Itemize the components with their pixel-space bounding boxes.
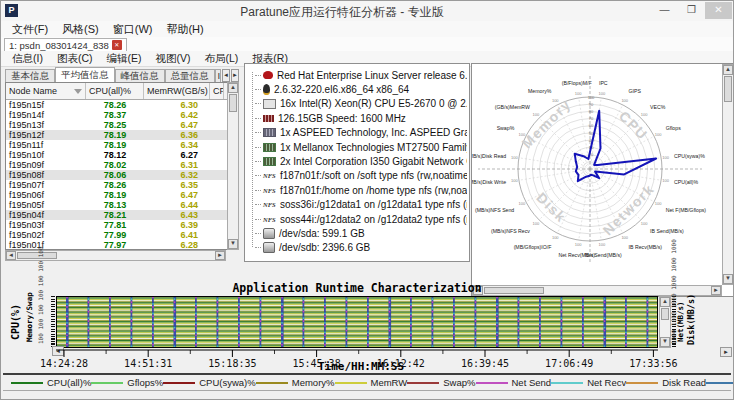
list-item[interactable]: NFSf187n01f:/soft on /soft type nfs (rw,…	[249, 169, 467, 183]
table-vertical-scrollbar[interactable]: ▲ ▼	[227, 82, 239, 250]
list-item[interactable]: /dev/sda: 599.1 GB	[249, 226, 467, 240]
maximize-button[interactable]: ❐	[678, 2, 705, 19]
legend-label: Disk Read	[662, 377, 706, 388]
scroll-down-icon[interactable]: ▼	[228, 239, 238, 249]
memory-icon	[263, 115, 274, 122]
column-header[interactable]: CF	[210, 83, 224, 99]
column-header[interactable]: MemRW(GB/s)	[144, 83, 210, 99]
menu-item[interactable]: 帮助(H)	[159, 22, 210, 37]
legend-line-icon	[706, 382, 734, 384]
info-tab[interactable]: 平均值信息	[55, 67, 115, 82]
close-button[interactable]: ✕	[705, 2, 732, 19]
table-row[interactable]: f195n04f78.216.43	[6, 210, 238, 220]
table-row[interactable]: f195n15f78.266.30	[6, 100, 238, 110]
svg-text:Memory%: Memory%	[528, 88, 552, 94]
tab-scroll-right-icon[interactable]: ►	[231, 69, 239, 82]
info-tab[interactable]: 基本信息	[5, 69, 55, 82]
svg-text:100: 100	[511, 178, 518, 183]
nfs-icon: NFS	[263, 201, 276, 208]
cell-memrw: 6.28	[144, 240, 210, 250]
scrollbar-thumb[interactable]	[229, 94, 237, 112]
table-row[interactable]: f195n03f77.816.39	[6, 220, 238, 230]
chart-title: Application Runtime Characterization	[56, 281, 658, 295]
scroll-right-icon[interactable]: ►	[215, 251, 225, 260]
menu-item[interactable]: 文件(F)	[5, 22, 55, 37]
svg-text:CPU(sywa)%: CPU(sywa)%	[674, 153, 705, 159]
table-row[interactable]: f195n12f78.196.36	[6, 130, 238, 140]
list-item[interactable]: /dev/sdb: 2396.6 GB	[249, 241, 467, 255]
table-row[interactable]: f195n05f78.136.44	[6, 200, 238, 210]
tab-close-icon[interactable]: ✕	[112, 40, 122, 50]
cell-cpu: 77.99	[86, 230, 144, 240]
table-row[interactable]: f195n07f78.266.35	[6, 180, 238, 190]
toolbar-item[interactable]: 布局(L)	[198, 52, 246, 66]
table-row[interactable]: f195n13f78.256.47	[6, 120, 238, 130]
list-item[interactable]: 1x Mellanox Technologies MT27500 Family …	[249, 140, 467, 154]
table-row[interactable]: f195n11f78.196.34	[6, 140, 238, 150]
info-tab[interactable]: IB信息	[215, 69, 222, 82]
scroll-up-icon[interactable]: ▲	[723, 65, 733, 75]
disk-icon	[263, 242, 275, 253]
list-item[interactable]: 126.15GB Speed: 1600 MHz	[249, 111, 467, 125]
list-item[interactable]: 1x ASPEED Technology, Inc. ASPEED Graphi…	[249, 126, 467, 140]
scrollbar-thumb[interactable]	[661, 308, 669, 320]
radar-vertical-scrollbar[interactable]: ▲ ▼	[722, 64, 734, 285]
scroll-up-icon[interactable]: ▲	[660, 297, 670, 307]
table-row[interactable]: f195n14f78.376.42	[6, 110, 238, 120]
legend-line-icon	[163, 382, 195, 384]
list-item-text: Red Hat Enterprise Linux Server release …	[277, 70, 467, 81]
svg-text:100: 100	[662, 155, 669, 160]
scroll-down-icon[interactable]: ▼	[660, 337, 670, 347]
chart-legend: CPU(all)%Gflops%CPU(sywa)%Memory%MemRWSw…	[3, 373, 731, 391]
column-header[interactable]: Node Name	[6, 83, 86, 99]
legend-item: Disk Write	[706, 377, 734, 388]
cell-node-name: f195n12f	[6, 130, 86, 140]
scrollbar-thumb[interactable]	[724, 76, 732, 102]
legend-item: Swap%	[407, 377, 475, 388]
tree-branch-icon	[255, 175, 261, 176]
list-item[interactable]: 2.6.32-220.el6.x86_64 x86_64	[249, 82, 467, 96]
legend-label: Memory%	[292, 377, 335, 388]
scroll-left-icon[interactable]: ◄	[6, 251, 16, 260]
list-item-text: f187n01f:/home on /home type nfs (rw,noa…	[280, 185, 467, 196]
list-item[interactable]: 2x Intel Corporation I350 Gigabit Networ…	[249, 154, 467, 168]
column-header[interactable]: CPU(all)%	[86, 83, 144, 99]
scroll-down-icon[interactable]: ▼	[723, 274, 733, 284]
info-tab[interactable]: 总量信息	[165, 69, 215, 82]
list-item[interactable]: NFSsoss44i:/g12data2 on /g12data2 type n…	[249, 212, 467, 226]
toolbar-item[interactable]: 视图(V)	[149, 52, 198, 66]
tree-branch-icon	[255, 103, 261, 104]
menu-item[interactable]: 窗口(W)	[106, 22, 160, 37]
cell-node-name: f195n04f	[6, 210, 86, 220]
legend-line-icon	[626, 382, 658, 384]
svg-text:100: 100	[588, 95, 595, 100]
list-item[interactable]: 16x Intel(R) Xeon(R) CPU E5-2670 0 @ 2.6…	[249, 97, 467, 111]
legend-line-icon	[256, 382, 288, 384]
list-item[interactable]: NFSsoss36i:/g12data1 on /g12data1 type n…	[249, 198, 467, 212]
table-row[interactable]: f195n09f78.026.31	[6, 160, 238, 170]
window-title: Paratune应用运行特征分析器 - 专业版	[41, 4, 643, 21]
tab-scroll-left-icon[interactable]: ◄	[222, 69, 230, 82]
info-tab[interactable]: 峰值信息	[115, 69, 165, 82]
list-item[interactable]: NFSf187n01f:/home on /home type nfs (rw,…	[249, 183, 467, 197]
nfs-icon: NFS	[263, 172, 276, 179]
svg-text:Gflops: Gflops	[666, 125, 681, 131]
left-axis-label-cpu: CPU(%)	[10, 304, 21, 340]
svg-text:100: 100	[621, 98, 628, 103]
toolbar-item[interactable]: 图表(C)	[50, 52, 100, 66]
table-row[interactable]: f195n02f77.996.41	[6, 230, 238, 240]
svg-text:(MB/s)Disk Read: (MB/s)Disk Read	[472, 153, 506, 159]
table-row[interactable]: f195n10f78.126.27	[6, 150, 238, 160]
document-tab[interactable]: 1: psdn_08301424_838 ✕	[4, 38, 127, 52]
table-row[interactable]: f195n08f78.066.32	[6, 170, 238, 180]
scroll-right-icon[interactable]: ►	[711, 286, 721, 295]
scroll-up-icon[interactable]: ▲	[228, 83, 238, 93]
chart-scroll-right-icon[interactable]: ►	[720, 347, 732, 357]
minimize-button[interactable]: —	[651, 2, 678, 19]
toolbar-item[interactable]: 信息(I)	[5, 52, 50, 66]
cell-memrw: 6.30	[144, 100, 210, 110]
table-row[interactable]: f195n06f78.196.47	[6, 190, 238, 200]
list-item[interactable]: Red Hat Enterprise Linux Server release …	[249, 68, 467, 82]
toolbar-item[interactable]: 编辑(E)	[100, 52, 149, 66]
menu-item[interactable]: 风格(S)	[55, 22, 106, 37]
